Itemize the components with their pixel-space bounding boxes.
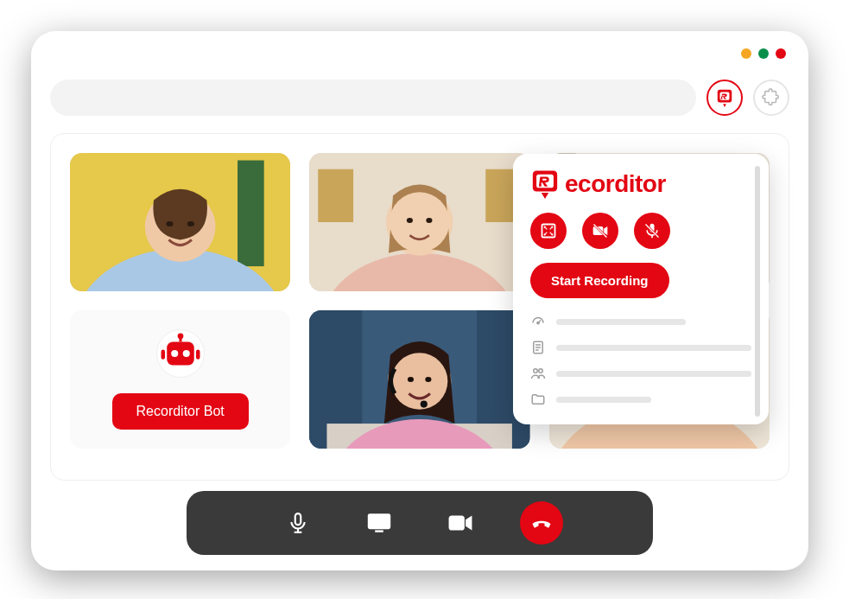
- svg-point-63: [539, 369, 543, 373]
- robot-icon: [157, 330, 204, 377]
- microphone-icon: [287, 512, 309, 534]
- svg-rect-23: [161, 350, 165, 360]
- participant-tile[interactable]: [309, 310, 529, 449]
- mute-button[interactable]: [276, 501, 320, 545]
- menu-placeholder-line: [556, 345, 751, 351]
- mic-off-icon: [643, 222, 661, 239]
- svg-point-15: [427, 218, 433, 223]
- recorditor-logo-icon: [530, 169, 560, 199]
- folder-icon: [530, 392, 546, 407]
- svg-point-57: [537, 322, 539, 323]
- people-icon: [530, 366, 546, 381]
- camera-off-icon: [592, 222, 609, 239]
- traffic-lights: [741, 48, 786, 59]
- svg-rect-45: [449, 515, 465, 530]
- camera-off-button[interactable]: [582, 213, 618, 249]
- recording-mode-icons: [530, 213, 751, 249]
- popup-menu-item[interactable]: [530, 314, 751, 329]
- document-icon: [530, 340, 546, 355]
- recorditor-bot-button[interactable]: Recorditor Bot: [112, 393, 249, 430]
- svg-point-21: [171, 350, 178, 357]
- camera-button[interactable]: [439, 501, 482, 545]
- svg-point-6: [166, 221, 173, 226]
- svg-point-14: [407, 218, 413, 223]
- participant-tile[interactable]: [309, 153, 529, 291]
- bot-avatar: [156, 329, 205, 378]
- start-recording-button[interactable]: Start Recording: [530, 263, 669, 298]
- minimize-dot[interactable]: [741, 48, 751, 59]
- popup-menu-item[interactable]: [530, 340, 751, 355]
- recorditor-bot-tile: Recorditor Bot: [70, 310, 290, 449]
- svg-point-13: [390, 192, 449, 252]
- call-control-bar: [187, 491, 653, 555]
- svg-rect-40: [295, 513, 301, 525]
- close-dot[interactable]: [776, 48, 786, 59]
- share-screen-button[interactable]: [358, 501, 401, 545]
- mic-off-button[interactable]: [634, 213, 670, 249]
- recorditor-logo: ecorditor: [530, 169, 751, 199]
- gauge-icon: [530, 314, 546, 329]
- svg-rect-43: [368, 513, 390, 529]
- popup-menu-item[interactable]: [530, 392, 751, 407]
- svg-point-32: [408, 377, 414, 382]
- svg-point-31: [391, 353, 447, 409]
- svg-rect-48: [542, 225, 555, 238]
- menu-placeholder-line: [556, 319, 686, 325]
- end-call-button[interactable]: [520, 501, 563, 545]
- svg-point-22: [182, 350, 189, 357]
- participant-tile[interactable]: [70, 153, 290, 291]
- fullscreen-mode-button[interactable]: [530, 213, 567, 249]
- popup-scrollbar[interactable]: [755, 166, 760, 417]
- recorditor-popup: ecorditor: [513, 154, 769, 424]
- svg-point-7: [187, 221, 194, 226]
- recorditor-extension-button[interactable]: [706, 80, 743, 116]
- fullscreen-icon: [540, 222, 557, 239]
- svg-point-34: [421, 401, 428, 408]
- svg-rect-3: [238, 161, 264, 267]
- menu-placeholder-line: [556, 397, 651, 403]
- video-camera-icon: [447, 513, 473, 532]
- search-input[interactable]: [50, 80, 696, 116]
- maximize-dot[interactable]: [758, 48, 769, 59]
- svg-point-33: [426, 377, 432, 382]
- svg-rect-24: [196, 350, 200, 360]
- recorditor-logo-icon: [715, 88, 734, 107]
- svg-rect-9: [319, 169, 354, 222]
- toolbar: [50, 80, 789, 116]
- popup-menu-item[interactable]: [530, 366, 751, 381]
- popup-menu: [530, 314, 751, 407]
- menu-placeholder-line: [556, 371, 751, 377]
- svg-rect-44: [375, 530, 383, 532]
- hangup-icon: [529, 511, 554, 535]
- extensions-button[interactable]: [753, 80, 789, 116]
- screen-icon: [366, 513, 392, 533]
- svg-point-62: [534, 369, 538, 373]
- app-window: Recorditor Bot: [31, 31, 808, 570]
- svg-rect-19: [179, 336, 181, 342]
- svg-rect-20: [167, 342, 194, 366]
- puzzle-piece-icon: [762, 88, 781, 107]
- brand-text: ecorditor: [565, 170, 666, 198]
